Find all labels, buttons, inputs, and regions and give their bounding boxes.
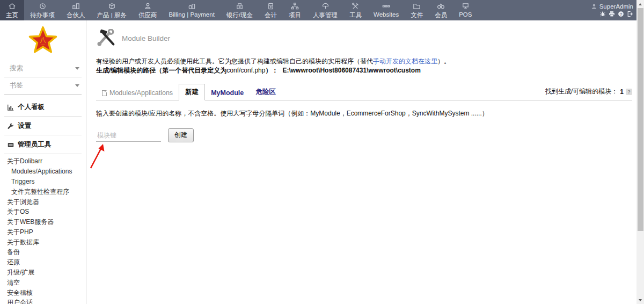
nav-item-hrm[interactable]: 人事管理 xyxy=(307,0,343,20)
left-sidebar: 八 一 搜索 书签 个人看板 设置 管理员工具 关于Dolibarr xyxy=(0,20,86,304)
sidebar-item-about-browser[interactable]: 关于浏览器 xyxy=(0,197,86,207)
nav-item-websites[interactable]: Websites xyxy=(368,0,405,20)
tab-bar: Modules/Applications 新建 MyModule 危险区 找到生… xyxy=(96,84,632,100)
help-icon[interactable]: ? xyxy=(618,11,624,17)
sidebar-item-modules[interactable]: Modules/Applications xyxy=(0,167,86,177)
tools-icon xyxy=(352,2,360,10)
sidebar-item-about-php[interactable]: 关于PHP xyxy=(0,227,86,237)
nav-item-members[interactable]: 会员 xyxy=(429,0,453,20)
nav-label: 会计 xyxy=(265,11,277,19)
sidebar-section-dashboard[interactable]: 个人看板 xyxy=(4,98,82,117)
sidebar-item-upgrade[interactable]: 升级/扩展 xyxy=(0,267,86,278)
sidebar-item-user-sessions[interactable]: 用户会话 xyxy=(0,298,86,304)
sidebar-item-restore[interactable]: 还原 xyxy=(0,257,86,267)
documents-icon xyxy=(413,2,421,10)
tab-modules-applications[interactable]: Modules/Applications xyxy=(96,86,179,100)
user-name: SuperAdmin xyxy=(599,3,633,10)
nav-item-tools[interactable]: 工具 xyxy=(343,0,368,20)
print-icon[interactable] xyxy=(609,11,615,17)
nav-label: 文件 xyxy=(411,11,423,19)
admin-tools-menu: 关于Dolibarr Modules/Applications Triggers… xyxy=(0,156,86,304)
nav-item-home[interactable]: 主页 xyxy=(0,0,24,20)
nav-item-todo[interactable]: 待办事项 xyxy=(24,0,61,20)
create-button[interactable]: 创建 xyxy=(168,128,194,142)
red-star-logo-icon: 八 一 xyxy=(28,26,57,53)
user-icons: ? xyxy=(599,11,633,17)
sidebar-section-admin-tools[interactable]: 管理员工具 xyxy=(4,135,82,154)
tab-danger-zone[interactable]: 危险区 xyxy=(250,84,282,100)
scroll-up-button[interactable] xyxy=(636,0,644,8)
nav-item-pos[interactable]: POS xyxy=(453,0,478,20)
nav-item-suppliers[interactable]: 供应商 xyxy=(133,0,163,20)
topbar-spacer xyxy=(478,0,590,20)
nav-label: 会员 xyxy=(435,11,447,19)
nav-label: 待办事项 xyxy=(30,11,55,19)
nav-item-third-parties[interactable]: 合伙人 xyxy=(61,0,91,20)
wrench-icon xyxy=(7,122,14,130)
nav-label: 产品 | 服务 xyxy=(97,11,127,19)
modules-found-counter: 找到生成/可编辑的模块： 1 ? xyxy=(545,87,632,100)
desc-text: 生成/编辑模块的路径（第一个替代目录定义为 xyxy=(96,67,226,74)
nav-item-billing[interactable]: Billing | Payment xyxy=(163,0,220,20)
nav-label: 主页 xyxy=(6,11,18,19)
vertical-scrollbar[interactable] xyxy=(636,0,644,304)
section-label: 管理员工具 xyxy=(18,140,52,149)
todo-icon xyxy=(39,2,47,10)
projects-icon xyxy=(291,2,299,10)
nav-item-bank-cash[interactable]: 银行/现金 xyxy=(221,0,259,20)
sidebar-item-about-webserver[interactable]: 关于WEB服务器 xyxy=(0,217,86,227)
sidebar-item-triggers[interactable]: Triggers xyxy=(0,177,86,187)
user-block: SuperAdmin ? xyxy=(591,0,636,20)
nav-item-products[interactable]: 产品 | 服务 xyxy=(91,0,133,20)
sidebar-item-security-audit[interactable]: 安全稽核 xyxy=(0,287,86,298)
accountancy-icon xyxy=(267,2,275,10)
nav-label: 银行/现金 xyxy=(226,11,253,19)
tab-mymodule[interactable]: MyModule xyxy=(205,86,250,100)
nav-label: Websites xyxy=(374,11,399,18)
sidebar-item-about-os[interactable]: 关于OS xyxy=(0,207,86,217)
scrollbar-thumb[interactable] xyxy=(638,8,643,231)
third-parties-icon xyxy=(72,2,80,10)
user-row[interactable]: SuperAdmin xyxy=(591,3,633,10)
logo-wrap: 八 一 xyxy=(0,26,86,54)
conf-path-text: conf/conf.php xyxy=(226,67,265,74)
sidebar-item-backup[interactable]: 备份 xyxy=(0,247,86,257)
nav-item-projects[interactable]: 项目 xyxy=(283,0,307,20)
nav-label: 人事管理 xyxy=(313,11,338,19)
tab-new[interactable]: 新建 xyxy=(179,84,205,100)
chevron-down-icon xyxy=(75,84,79,87)
bug-icon[interactable] xyxy=(599,11,606,17)
nav-label: 合伙人 xyxy=(67,11,85,19)
products-icon xyxy=(108,2,116,10)
module-builder-header: Module Builder xyxy=(96,28,632,48)
sidebar-item-filecheck[interactable]: 文件完整性检查程序 xyxy=(0,186,86,197)
nav-item-documents[interactable]: 文件 xyxy=(405,0,429,20)
sidebar-section-setup[interactable]: 设置 xyxy=(4,117,82,135)
bookmarks-label: 书签 xyxy=(10,81,23,90)
create-module-form: 创建 xyxy=(96,128,632,142)
manual-doc-link[interactable]: 手动开发的文档在这里 xyxy=(373,57,437,65)
bar-chart-icon xyxy=(7,104,14,111)
search-label: 搜索 xyxy=(10,64,23,73)
custom-path-text: E:\wwwroot\Host806087431\wwwroot\custom xyxy=(282,67,420,74)
svg-text:一: 一 xyxy=(41,43,45,48)
tab-label: Modules/Applications xyxy=(109,89,173,97)
nav-label: 项目 xyxy=(289,11,301,19)
nav-label: 工具 xyxy=(349,11,362,19)
sidebar-item-about-dolibarr[interactable]: 关于Dolibarr xyxy=(0,156,86,167)
scroll-down-button[interactable] xyxy=(636,296,644,304)
websites-icon xyxy=(382,2,390,10)
logout-icon[interactable] xyxy=(627,11,633,17)
nav-label: 供应商 xyxy=(138,11,157,19)
bank-cash-icon xyxy=(236,2,244,10)
module-key-input[interactable] xyxy=(96,129,161,142)
section-label: 个人看板 xyxy=(18,103,45,112)
description-block: 有经验的用户或开发人员必须使用此工具。它为您提供了构建或编辑自己的模块的实用程序… xyxy=(96,57,632,75)
description-line-1: 有经验的用户或开发人员必须使用此工具。它为您提供了构建或编辑自己的模块的实用程序… xyxy=(96,57,632,66)
help-badge-icon[interactable]: ? xyxy=(626,89,632,95)
search-dropdown[interactable]: 搜索 xyxy=(4,60,82,77)
sidebar-item-about-database[interactable]: 关于数据库 xyxy=(0,237,86,247)
sidebar-item-purge[interactable]: 清空 xyxy=(0,277,86,287)
bookmarks-dropdown[interactable]: 书签 xyxy=(4,77,82,95)
nav-item-accountancy[interactable]: 会计 xyxy=(259,0,283,20)
